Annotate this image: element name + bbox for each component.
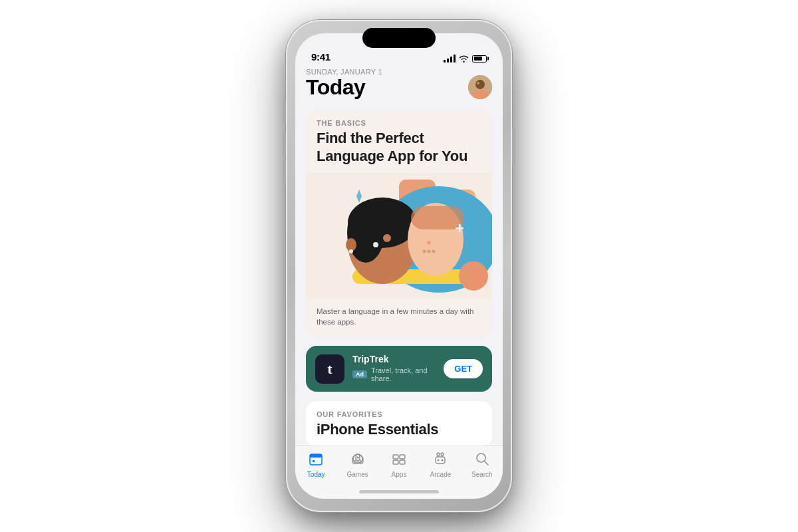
svg-point-14 [383,234,391,242]
svg-rect-18 [411,206,464,229]
feature-illustration [306,173,492,299]
today-icon [309,452,323,469]
tab-apps-label: Apps [392,471,407,478]
card-description: Master a language in a few minutes a day… [306,299,492,336]
tab-arcade-label: Arcade [430,471,452,478]
svg-point-12 [347,203,384,263]
svg-rect-37 [400,460,405,464]
svg-rect-30 [313,460,315,462]
wifi-icon [459,55,469,63]
search-icon [475,452,489,469]
ad-info: TripTrek Ad Travel, track, and share. [352,354,436,384]
ad-badges: Ad Travel, track, and share. [352,366,436,382]
tab-today[interactable]: Today [295,452,336,478]
svg-point-13 [373,242,378,247]
card-title: Find the Perfect Language App for You [317,130,481,165]
status-icons [444,55,487,63]
favorites-title: iPhone Essentials [317,421,481,438]
arcade-icon [433,452,448,469]
svg-rect-34 [393,455,398,459]
svg-rect-29 [310,454,322,458]
svg-point-3 [477,82,479,84]
tab-games-label: Games [346,471,368,478]
svg-point-27 [459,261,488,291]
tab-arcade[interactable]: Arcade [420,452,461,478]
svg-rect-26 [459,224,461,232]
svg-point-43 [438,460,440,462]
avatar[interactable] [468,75,492,99]
ad-card[interactable]: t TripTrek Ad Travel, track, and share. … [306,346,492,392]
battery-icon [472,55,487,63]
svg-point-1 [475,80,485,89]
svg-point-19 [427,241,431,245]
svg-point-22 [432,249,436,253]
svg-rect-36 [393,460,398,464]
get-button[interactable]: GET [444,359,483,378]
favorites-subtitle: OUR FAVORITES [317,410,481,418]
page-header: SUNDAY, JANUARY 1 Today [306,68,492,99]
content-area: SUNDAY, JANUARY 1 Today [295,68,503,446]
scene: 9:41 [0,0,798,532]
games-icon [350,452,365,469]
tab-apps[interactable]: Apps [378,452,420,478]
svg-point-21 [428,249,431,253]
svg-point-20 [423,249,426,253]
ad-tagline: Travel, track, and share. [371,366,436,382]
dynamic-island [362,28,436,48]
card-subtitle: THE BASICS [317,119,481,127]
svg-point-16 [349,249,353,253]
svg-point-44 [442,460,444,462]
apps-icon [392,452,406,469]
app-icon: t [315,354,344,384]
ad-app-name: TripTrek [352,354,436,364]
status-time: 9:41 [311,51,331,63]
phone-shell: 9:41 [286,20,512,512]
feature-card[interactable]: THE BASICS Find the Perfect Language App… [306,110,492,336]
home-indicator [359,490,439,493]
svg-point-39 [437,453,440,456]
screen: 9:41 [295,33,503,499]
tab-today-label: Today [307,471,325,478]
svg-line-46 [484,462,488,466]
page-title: Today [306,76,382,99]
svg-rect-38 [436,457,445,464]
svg-point-33 [356,457,358,459]
ad-badge: Ad [352,370,367,378]
signal-icon [444,55,456,63]
favorites-card[interactable]: OUR FAVORITES iPhone Essentials [306,401,492,446]
svg-rect-35 [400,455,405,459]
card-text-area: THE BASICS Find the Perfect Language App… [306,110,492,173]
header-left: SUNDAY, JANUARY 1 Today [306,68,382,99]
tab-search[interactable]: Search [462,452,503,478]
tab-search-label: Search [471,471,493,478]
svg-point-40 [441,453,444,456]
tab-games[interactable]: Games [336,452,378,478]
